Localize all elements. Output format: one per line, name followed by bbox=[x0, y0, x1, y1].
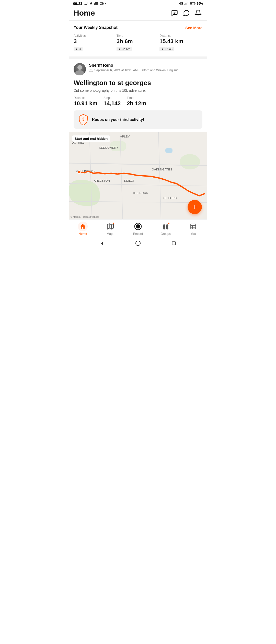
activity-card: Sheriff Reno September 6, 2024 at 10:20 … bbox=[69, 59, 207, 75]
back-button[interactable] bbox=[99, 240, 106, 247]
nav-record[interactable]: Record bbox=[130, 222, 146, 236]
distance-value: 15.43 km bbox=[159, 38, 202, 45]
svg-rect-8 bbox=[188, 2, 188, 5]
time-arrow: ▲ bbox=[118, 48, 121, 50]
svg-rect-5 bbox=[185, 4, 185, 5]
avatar bbox=[74, 63, 86, 75]
network-label: 4G bbox=[179, 2, 183, 5]
status-dot bbox=[105, 3, 106, 4]
map-section: APLEY DOTHILL LEEGOMERY Wellington ARLES… bbox=[69, 132, 207, 219]
nav-record-icon-wrap bbox=[133, 222, 143, 231]
act-distance-value: 10.91 km bbox=[74, 100, 97, 107]
home-icon bbox=[79, 223, 86, 230]
svg-point-38 bbox=[136, 241, 140, 246]
fab-icon: + bbox=[193, 203, 197, 211]
gamepad-status-icon bbox=[100, 2, 104, 6]
home-button[interactable] bbox=[134, 240, 142, 247]
svg-point-23 bbox=[78, 170, 81, 174]
recents-button[interactable] bbox=[170, 240, 177, 247]
svg-line-21 bbox=[69, 183, 207, 186]
nav-you-label: You bbox=[191, 232, 196, 236]
nav-home-icon-wrap bbox=[78, 222, 88, 231]
user-meta: September 6, 2024 at 10:20 AM · Telford … bbox=[89, 68, 202, 72]
kudos-text: Kudos on your third activity! bbox=[92, 117, 144, 122]
discord-status-icon bbox=[94, 2, 98, 6]
kudos-badge: 3 Kudos on your third activity! bbox=[74, 110, 202, 129]
svg-rect-6 bbox=[186, 3, 186, 5]
start-end-badge: Start and end hidden bbox=[72, 135, 110, 142]
activity-user-row: Sheriff Reno September 6, 2024 at 10:20 … bbox=[74, 63, 202, 75]
svg-line-22 bbox=[69, 201, 207, 203]
map-credit: © Mapbox · OpenStreetMap bbox=[71, 216, 99, 218]
maps-notification-dot bbox=[112, 222, 115, 224]
svg-marker-24 bbox=[107, 224, 113, 229]
signal-icon bbox=[185, 2, 189, 5]
activity-date: September 6, 2024 at 10:20 AM · Telford … bbox=[94, 68, 179, 72]
distance-arrow: ▲ bbox=[161, 48, 164, 50]
act-stat-time: Time 2h 12m bbox=[127, 96, 146, 107]
stat-time: Time 3h 6m ▲ 3h 6m bbox=[117, 34, 159, 51]
map-background: APLEY DOTHILL LEEGOMERY Wellington ARLES… bbox=[69, 132, 207, 219]
svg-rect-33 bbox=[191, 224, 196, 229]
shield-icon: 3 bbox=[78, 114, 89, 125]
svg-rect-10 bbox=[195, 3, 195, 4]
act-steps-value: 14,142 bbox=[103, 100, 121, 107]
facebook-status-icon bbox=[89, 2, 93, 6]
act-time-value: 2h 12m bbox=[127, 100, 146, 107]
weekly-snapshot: Your Weekly Snapshot See More Activities… bbox=[69, 21, 207, 56]
snapshot-stats: Activities 3 ▲ 3 Time 3h 6m ▲ 3h 6m Dist… bbox=[74, 34, 202, 51]
nav-you[interactable]: You bbox=[186, 222, 201, 236]
svg-rect-39 bbox=[172, 241, 176, 245]
activities-badge: ▲ 3 bbox=[74, 47, 83, 51]
search-button[interactable] bbox=[182, 9, 191, 17]
user-name: Sheriff Reno bbox=[89, 63, 202, 68]
svg-rect-2 bbox=[100, 3, 103, 5]
nav-you-icon-wrap bbox=[188, 222, 198, 231]
nav-groups[interactable]: Groups bbox=[158, 222, 173, 236]
page-header: Home bbox=[69, 7, 207, 20]
svg-marker-37 bbox=[101, 241, 103, 245]
nav-maps-label: Maps bbox=[107, 232, 114, 236]
snapshot-title: Your Weekly Snapshot bbox=[74, 25, 118, 30]
stat-activities: Activities 3 ▲ 3 bbox=[74, 34, 117, 51]
activities-label: Activities bbox=[74, 34, 117, 38]
distance-badge-value: 15.43 bbox=[165, 47, 172, 51]
svg-line-19 bbox=[120, 132, 123, 219]
status-left: 09:23 bbox=[73, 2, 106, 6]
chat-icon bbox=[171, 9, 178, 17]
see-more-button[interactable]: See More bbox=[185, 26, 202, 30]
status-time: 09:23 bbox=[73, 2, 82, 6]
svg-point-29 bbox=[163, 224, 165, 227]
svg-rect-11 bbox=[190, 3, 192, 4]
status-bar: 09:23 4G 36% bbox=[69, 0, 207, 7]
you-icon bbox=[190, 223, 197, 230]
battery-icon bbox=[190, 2, 195, 5]
snapshot-header: Your Weekly Snapshot See More bbox=[74, 25, 202, 30]
record-icon bbox=[134, 223, 142, 230]
nav-home[interactable]: Home bbox=[75, 222, 90, 236]
act-stat-steps: Steps 14,142 bbox=[103, 96, 121, 107]
battery-label: 36% bbox=[197, 2, 203, 5]
activity-description: Did some photography on this 10k adventu… bbox=[74, 88, 202, 93]
time-value: 3h 6m bbox=[117, 38, 159, 45]
speech-icon bbox=[183, 9, 190, 17]
status-right: 4G 36% bbox=[179, 2, 203, 5]
act-stat-distance: Distance 10.91 km bbox=[74, 96, 97, 107]
nav-maps[interactable]: Maps bbox=[103, 222, 118, 236]
route-svg bbox=[69, 132, 207, 219]
nav-maps-icon-wrap bbox=[106, 222, 115, 231]
message-status-icon bbox=[84, 2, 88, 6]
activity-details: Wellington to st georges Did some photog… bbox=[69, 79, 207, 132]
notifications-button[interactable] bbox=[194, 9, 202, 17]
nav-groups-label: Groups bbox=[160, 232, 170, 236]
header-icons bbox=[170, 9, 202, 17]
stat-distance: Distance 15.43 km ▲ 15.43 bbox=[159, 34, 202, 51]
svg-rect-7 bbox=[187, 3, 187, 5]
fab-button[interactable]: + bbox=[188, 200, 202, 214]
recents-icon bbox=[171, 240, 177, 246]
time-label: Time bbox=[117, 34, 159, 38]
chat-button[interactable] bbox=[170, 9, 179, 17]
nav-groups-icon-wrap bbox=[161, 222, 170, 231]
bell-icon bbox=[194, 9, 202, 17]
user-info: Sheriff Reno September 6, 2024 at 10:20 … bbox=[89, 63, 202, 72]
